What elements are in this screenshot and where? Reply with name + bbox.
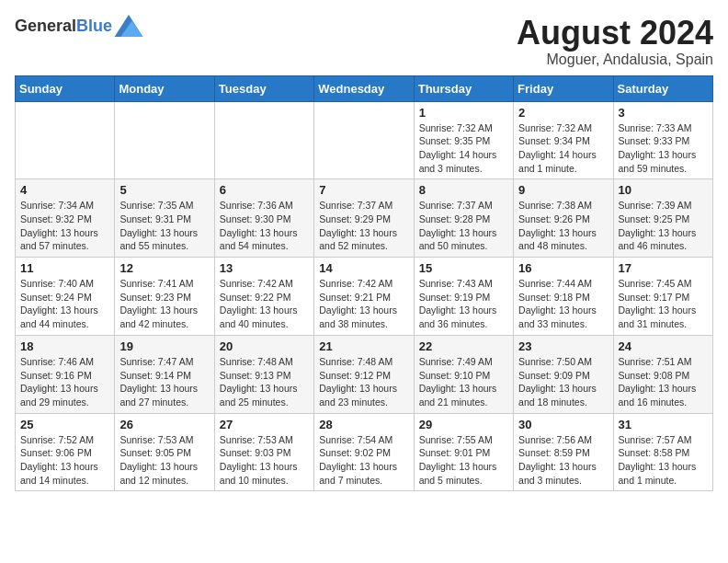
calendar-cell: 22Sunrise: 7:49 AM Sunset: 9:10 PM Dayli… [414,335,513,413]
day-number: 4 [20,183,109,197]
header-row: Sunday Monday Tuesday Wednesday Thursday… [16,75,713,101]
calendar-cell: 12Sunrise: 7:41 AM Sunset: 9:23 PM Dayli… [115,258,214,336]
day-info: Sunrise: 7:37 AM Sunset: 9:28 PM Dayligh… [419,199,508,253]
day-info: Sunrise: 7:43 AM Sunset: 9:19 PM Dayligh… [419,277,508,331]
day-number: 14 [319,261,408,275]
day-info: Sunrise: 7:32 AM Sunset: 9:34 PM Dayligh… [518,121,608,176]
col-tuesday: Tuesday [214,75,313,101]
day-info: Sunrise: 7:33 AM Sunset: 9:33 PM Dayligh… [619,121,708,176]
calendar-cell: 31Sunrise: 7:57 AM Sunset: 8:58 PM Dayli… [613,413,712,491]
calendar-cell: 15Sunrise: 7:43 AM Sunset: 9:19 PM Dayli… [414,258,513,336]
day-number: 1 [419,106,508,120]
day-number: 17 [619,261,708,275]
calendar-cell: 13Sunrise: 7:42 AM Sunset: 9:22 PM Dayli… [214,258,313,336]
day-number: 23 [518,339,608,353]
logo-blue-text: Blue [76,17,112,35]
day-number: 5 [119,183,209,197]
col-monday: Monday [115,75,214,101]
day-info: Sunrise: 7:41 AM Sunset: 9:23 PM Dayligh… [119,277,209,331]
calendar-week-5: 25Sunrise: 7:52 AM Sunset: 9:06 PM Dayli… [16,413,713,491]
day-number: 18 [20,339,109,353]
calendar-cell: 17Sunrise: 7:45 AM Sunset: 9:17 PM Dayli… [613,258,712,336]
day-info: Sunrise: 7:42 AM Sunset: 9:22 PM Dayligh… [220,277,309,331]
day-number: 28 [319,418,408,431]
calendar-cell: 19Sunrise: 7:47 AM Sunset: 9:14 PM Dayli… [115,335,214,413]
logo-general-text: General [15,17,76,35]
calendar-cell: 3Sunrise: 7:33 AM Sunset: 9:33 PM Daylig… [613,101,712,179]
day-info: Sunrise: 7:37 AM Sunset: 9:29 PM Dayligh… [319,199,408,253]
day-number: 31 [619,418,708,431]
day-number: 29 [419,418,508,431]
day-info: Sunrise: 7:47 AM Sunset: 9:14 PM Dayligh… [119,355,209,409]
calendar-table: Sunday Monday Tuesday Wednesday Thursday… [15,75,713,492]
day-number: 9 [518,183,608,197]
day-number: 10 [619,183,708,197]
day-info: Sunrise: 7:57 AM Sunset: 8:58 PM Dayligh… [619,433,708,488]
day-number: 13 [220,261,309,275]
calendar-cell: 14Sunrise: 7:42 AM Sunset: 9:21 PM Dayli… [314,258,414,336]
calendar-cell: 24Sunrise: 7:51 AM Sunset: 9:08 PM Dayli… [613,335,712,413]
calendar-cell: 6Sunrise: 7:36 AM Sunset: 9:30 PM Daylig… [214,179,313,258]
calendar-cell: 27Sunrise: 7:53 AM Sunset: 9:03 PM Dayli… [214,413,313,491]
day-info: Sunrise: 7:38 AM Sunset: 9:26 PM Dayligh… [518,199,608,253]
calendar-cell: 4Sunrise: 7:34 AM Sunset: 9:32 PM Daylig… [16,179,115,258]
day-info: Sunrise: 7:56 AM Sunset: 8:59 PM Dayligh… [518,433,608,488]
day-info: Sunrise: 7:51 AM Sunset: 9:08 PM Dayligh… [619,355,708,409]
day-number: 6 [220,183,309,197]
calendar-cell [16,101,115,179]
calendar-cell: 1Sunrise: 7:32 AM Sunset: 9:35 PM Daylig… [414,101,513,179]
col-friday: Friday [514,75,613,101]
col-saturday: Saturday [613,75,712,101]
calendar-cell: 5Sunrise: 7:35 AM Sunset: 9:31 PM Daylig… [115,179,214,258]
day-info: Sunrise: 7:39 AM Sunset: 9:25 PM Dayligh… [619,199,708,253]
day-number: 27 [220,418,309,431]
day-number: 2 [518,106,608,120]
day-number: 24 [619,339,708,353]
calendar-cell: 23Sunrise: 7:50 AM Sunset: 9:09 PM Dayli… [514,335,613,413]
day-number: 15 [419,261,508,275]
page-header: GeneralBlue August 2024 Moguer, Andalusi… [15,15,713,68]
day-info: Sunrise: 7:48 AM Sunset: 9:13 PM Dayligh… [220,355,309,409]
month-title: August 2024 [517,15,713,52]
day-info: Sunrise: 7:32 AM Sunset: 9:35 PM Dayligh… [419,121,508,176]
day-info: Sunrise: 7:40 AM Sunset: 9:24 PM Dayligh… [20,277,109,331]
day-info: Sunrise: 7:34 AM Sunset: 9:32 PM Dayligh… [20,199,109,253]
calendar-cell: 9Sunrise: 7:38 AM Sunset: 9:26 PM Daylig… [514,179,613,258]
logo: GeneralBlue [15,15,143,37]
day-info: Sunrise: 7:49 AM Sunset: 9:10 PM Dayligh… [419,355,508,409]
calendar-cell [314,101,414,179]
calendar-cell: 16Sunrise: 7:44 AM Sunset: 9:18 PM Dayli… [514,258,613,336]
calendar-cell [214,101,313,179]
calendar-cell: 26Sunrise: 7:53 AM Sunset: 9:05 PM Dayli… [115,413,214,491]
day-info: Sunrise: 7:42 AM Sunset: 9:21 PM Dayligh… [319,277,408,331]
col-sunday: Sunday [16,75,115,101]
calendar-cell: 21Sunrise: 7:48 AM Sunset: 9:12 PM Dayli… [314,335,414,413]
day-info: Sunrise: 7:55 AM Sunset: 9:01 PM Dayligh… [419,433,508,488]
day-number: 3 [619,106,708,120]
day-number: 19 [119,339,209,353]
day-info: Sunrise: 7:53 AM Sunset: 9:05 PM Dayligh… [119,433,209,488]
calendar-cell: 30Sunrise: 7:56 AM Sunset: 8:59 PM Dayli… [514,413,613,491]
calendar-week-1: 1Sunrise: 7:32 AM Sunset: 9:35 PM Daylig… [16,101,713,179]
calendar-cell: 7Sunrise: 7:37 AM Sunset: 9:29 PM Daylig… [314,179,414,258]
day-number: 21 [319,339,408,353]
day-number: 22 [419,339,508,353]
calendar-cell: 28Sunrise: 7:54 AM Sunset: 9:02 PM Dayli… [314,413,414,491]
day-info: Sunrise: 7:46 AM Sunset: 9:16 PM Dayligh… [20,355,109,409]
calendar-cell: 8Sunrise: 7:37 AM Sunset: 9:28 PM Daylig… [414,179,513,258]
day-number: 7 [319,183,408,197]
calendar-week-4: 18Sunrise: 7:46 AM Sunset: 9:16 PM Dayli… [16,335,713,413]
day-number: 16 [518,261,608,275]
calendar-cell: 25Sunrise: 7:52 AM Sunset: 9:06 PM Dayli… [16,413,115,491]
calendar-cell: 11Sunrise: 7:40 AM Sunset: 9:24 PM Dayli… [16,258,115,336]
day-info: Sunrise: 7:52 AM Sunset: 9:06 PM Dayligh… [20,433,109,488]
day-info: Sunrise: 7:53 AM Sunset: 9:03 PM Dayligh… [220,433,309,488]
calendar-cell: 29Sunrise: 7:55 AM Sunset: 9:01 PM Dayli… [414,413,513,491]
location-title: Moguer, Andalusia, Spain [517,52,713,68]
calendar-cell: 2Sunrise: 7:32 AM Sunset: 9:34 PM Daylig… [514,101,613,179]
day-info: Sunrise: 7:36 AM Sunset: 9:30 PM Dayligh… [220,199,309,253]
calendar-week-3: 11Sunrise: 7:40 AM Sunset: 9:24 PM Dayli… [16,258,713,336]
day-info: Sunrise: 7:54 AM Sunset: 9:02 PM Dayligh… [319,433,408,488]
day-number: 11 [20,261,109,275]
calendar-week-2: 4Sunrise: 7:34 AM Sunset: 9:32 PM Daylig… [16,179,713,258]
